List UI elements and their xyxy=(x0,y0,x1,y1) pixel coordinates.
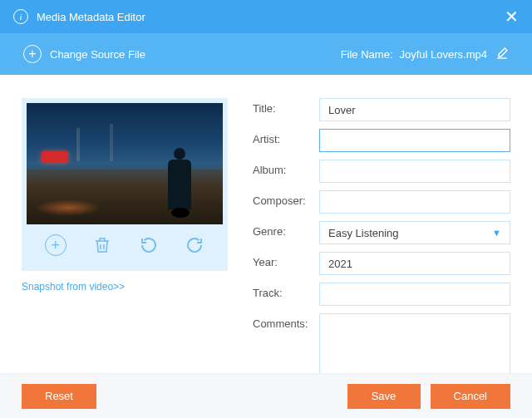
genre-label: Genre: xyxy=(253,221,319,238)
comments-input[interactable] xyxy=(319,313,510,378)
reset-button[interactable]: Reset xyxy=(22,384,96,409)
track-input[interactable] xyxy=(319,283,510,306)
rotate-right-button[interactable] xyxy=(185,235,204,255)
close-icon[interactable]: ✕ xyxy=(505,7,519,27)
footer: Reset Save Cancel xyxy=(0,373,532,418)
genre-select[interactable]: Easy Listening ▼ xyxy=(319,221,510,244)
comments-label: Comments: xyxy=(253,313,319,330)
field-album: Album: xyxy=(253,160,510,183)
plus-circle-icon[interactable]: + xyxy=(23,45,42,63)
composer-input[interactable] xyxy=(319,190,510,214)
window-title: Media Metadata Editor xyxy=(37,11,505,23)
thumbnail-container: + xyxy=(22,98,228,271)
save-button[interactable]: Save xyxy=(347,384,421,409)
field-year: Year: xyxy=(253,252,510,275)
year-label: Year: xyxy=(253,252,319,268)
genre-value: Easy Listening xyxy=(328,227,399,239)
field-title: Title: xyxy=(253,98,510,121)
album-label: Album: xyxy=(253,160,319,176)
edit-filename-icon[interactable] xyxy=(495,47,509,62)
sub-header: + Change Source File File Name: Joyful L… xyxy=(0,33,532,75)
file-name-label: File Name: xyxy=(341,48,393,61)
file-name-value: Joyful Lovers.mp4 xyxy=(400,48,488,61)
thumbnail-toolbar: + xyxy=(27,224,223,266)
field-comments: Comments: xyxy=(253,313,510,378)
track-label: Track: xyxy=(253,283,319,299)
cancel-button[interactable]: Cancel xyxy=(431,384,510,409)
title-label: Title: xyxy=(253,98,319,115)
title-bar: i Media Metadata Editor ✕ xyxy=(0,0,532,33)
album-input[interactable] xyxy=(319,160,510,183)
field-genre: Genre: Easy Listening ▼ xyxy=(253,221,510,244)
artist-input[interactable] xyxy=(319,129,510,152)
add-image-button[interactable]: + xyxy=(45,234,66,256)
chevron-down-icon: ▼ xyxy=(492,228,501,238)
field-track: Track: xyxy=(253,283,510,306)
change-source-button[interactable]: Change Source File xyxy=(50,48,341,61)
year-input[interactable] xyxy=(319,252,510,275)
field-composer: Composer: xyxy=(253,190,510,214)
delete-image-button[interactable] xyxy=(92,235,112,255)
field-artist: Artist: xyxy=(253,129,510,152)
rotate-left-button[interactable] xyxy=(139,235,159,255)
artist-label: Artist: xyxy=(253,129,319,145)
composer-label: Composer: xyxy=(253,190,319,207)
title-input[interactable] xyxy=(319,98,510,121)
snapshot-link[interactable]: Snapshot from video>> xyxy=(22,281,228,293)
video-thumbnail xyxy=(27,103,223,224)
info-icon: i xyxy=(13,9,28,24)
